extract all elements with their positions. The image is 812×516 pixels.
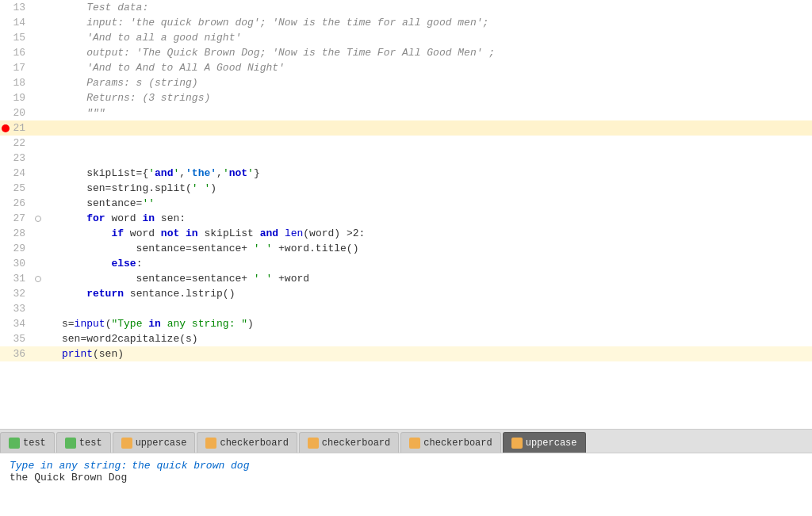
code-line: 35sen=word2capitalize(s)	[0, 331, 812, 346]
tab-icon	[65, 438, 76, 449]
code-line: 16 output: 'The Quick Brown Dog; 'Now is…	[0, 45, 812, 60]
line-number: 35	[0, 331, 32, 346]
code-line: 31 sentance=sentance+ ' ' +word	[0, 271, 812, 286]
code-line: 19 Returns: (3 strings)	[0, 90, 812, 105]
line-number: 16	[0, 45, 32, 60]
line-number: 20	[0, 105, 32, 120]
tab-label: uppercase	[526, 438, 577, 449]
code-line: 30 else:	[0, 256, 812, 271]
code-line: 33	[0, 301, 812, 316]
code-content: output: 'The Quick Brown Dog; 'Now is th…	[54, 45, 495, 60]
tab-label: uppercase	[136, 438, 187, 449]
tab-checkerboard-3[interactable]: checkerboard	[197, 432, 297, 453]
code-line: 32 return sentance.lstrip()	[0, 286, 812, 301]
code-line: 29 sentance=sentance+ ' ' +word.title()	[0, 241, 812, 256]
tab-icon	[511, 438, 523, 449]
line-number: 34	[0, 316, 32, 331]
line-number: 31	[0, 271, 32, 286]
tab-uppercase-2[interactable]: uppercase	[113, 432, 196, 453]
line-number: 30	[0, 256, 32, 271]
line-number: 36	[0, 346, 32, 361]
line-number: 27	[0, 211, 32, 226]
code-content: sen=string.split(' ')	[54, 181, 216, 196]
line-number: 29	[0, 241, 32, 256]
code-line: 26 sentance=''	[0, 196, 812, 211]
tab-label: checkerboard	[423, 438, 492, 449]
line-number: 13	[0, 0, 32, 15]
code-content: if word not in skipList and len(word) >2…	[54, 226, 365, 241]
line-number: 28	[0, 226, 32, 241]
line-number: 32	[0, 286, 32, 301]
line-number: 21	[0, 120, 32, 136]
code-content: 'And to all a good night'	[54, 30, 241, 45]
code-content: s=input("Type in any string: ")	[54, 316, 254, 331]
line-number: 18	[0, 75, 32, 90]
code-content: sentance=''	[54, 196, 155, 211]
code-line: 21	[0, 120, 812, 136]
code-content: 'And to And to All A Good Night'	[54, 60, 285, 75]
tab-label: checkerboard	[220, 438, 288, 449]
line-number: 19	[0, 90, 32, 105]
tabs-bar: testtestuppercasecheckerboardcheckerboar…	[0, 429, 812, 453]
line-number: 14	[0, 15, 32, 30]
code-line: 17 'And to And to All A Good Night'	[0, 60, 812, 75]
console-input-line: Type in any string: the quick brown dog	[10, 460, 802, 472]
line-number: 25	[0, 181, 32, 196]
code-content: skipList={'and','the','not'}	[54, 166, 260, 181]
code-content: """	[54, 105, 105, 120]
code-content: for word in sen:	[54, 211, 186, 226]
tab-icon	[205, 438, 216, 449]
code-content: Returns: (3 strings)	[54, 90, 210, 105]
code-line: 25 sen=string.split(' ')	[0, 181, 812, 196]
code-line: 34s=input("Type in any string: ")	[0, 316, 812, 331]
code-line: 20 """	[0, 105, 812, 120]
tab-checkerboard-4[interactable]: checkerboard	[299, 432, 399, 453]
tab-checkerboard-5[interactable]: checkerboard	[400, 432, 500, 453]
tab-icon	[409, 438, 420, 449]
tab-test-1[interactable]: test	[56, 432, 111, 453]
tab-label: test	[79, 438, 102, 449]
tab-icon	[121, 438, 132, 449]
console-area: Type in any string: the quick brown dog …	[0, 453, 812, 516]
code-line: 13 Test data:	[0, 0, 812, 15]
code-content: sentance=sentance+ ' ' +word	[54, 271, 309, 286]
console-output: the Quick Brown Dog	[10, 472, 802, 484]
code-editor: 13 Test data:14 input: 'the quick brown …	[0, 0, 812, 429]
code-content: else:	[54, 256, 142, 271]
circle-icon	[35, 276, 41, 282]
code-line: 18 Params: s (string)	[0, 75, 812, 90]
tab-uppercase-6[interactable]: uppercase	[503, 432, 586, 453]
code-content: Test data:	[54, 0, 148, 15]
line-number: 15	[0, 30, 32, 45]
code-content: sentance=sentance+ ' ' +word.title()	[54, 241, 358, 256]
code-content: return sentance.lstrip()	[54, 286, 235, 301]
code-content: input: 'the quick brown dog'; 'Now is th…	[54, 15, 488, 30]
line-number: 33	[0, 301, 32, 316]
console-input-value: the quick brown dog	[132, 460, 249, 472]
line-number: 17	[0, 60, 32, 75]
code-lines: 13 Test data:14 input: 'the quick brown …	[0, 0, 812, 429]
code-line: 23	[0, 151, 812, 166]
code-content: sen=word2capitalize(s)	[54, 331, 198, 346]
code-line: 27 for word in sen:	[0, 211, 812, 226]
tab-icon	[308, 438, 319, 449]
tab-label: checkerboard	[322, 438, 390, 449]
code-line: 14 input: 'the quick brown dog'; 'Now is…	[0, 15, 812, 30]
code-line: 15 'And to all a good night'	[0, 30, 812, 45]
console-prompt: Type in any string:	[10, 460, 127, 472]
line-number: 26	[0, 196, 32, 211]
tab-label: test	[23, 438, 46, 449]
circle-icon	[35, 216, 41, 222]
code-line: 24 skipList={'and','the','not'}	[0, 166, 812, 181]
code-line: 28 if word not in skipList and len(word)…	[0, 226, 812, 241]
line-number: 23	[0, 151, 32, 166]
line-number: 22	[0, 136, 32, 151]
code-content: print(sen)	[54, 346, 124, 361]
code-content: Params: s (string)	[54, 75, 198, 90]
code-line: 36print(sen)	[0, 346, 812, 361]
tab-test-0[interactable]: test	[0, 432, 55, 453]
code-line: 22	[0, 136, 812, 151]
breakpoint-icon	[2, 124, 10, 132]
tab-icon	[9, 438, 20, 449]
line-number: 24	[0, 166, 32, 181]
